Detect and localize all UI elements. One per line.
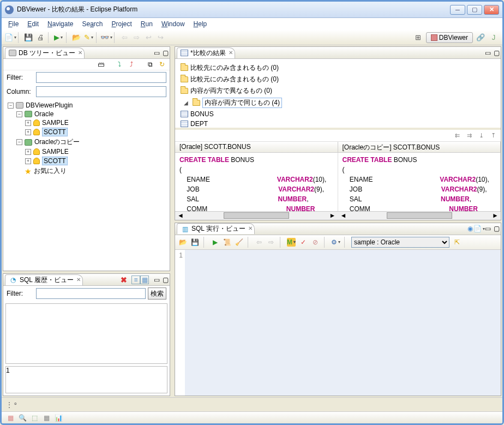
close-icon[interactable]: ✕ xyxy=(78,50,82,56)
open-icon[interactable]: 📂 xyxy=(178,238,187,247)
clear-icon[interactable]: 🧹 xyxy=(235,238,243,247)
maximize-view-icon[interactable]: ▢ xyxy=(161,276,170,284)
compare-right-sql[interactable]: CREATE TABLE BONUS ( ENAME VARCHAR2(10),… xyxy=(338,153,501,211)
minimize-button[interactable]: ─ xyxy=(450,5,465,15)
tree-oracle[interactable]: Oracle xyxy=(34,110,53,118)
cmp-node-only-dst[interactable]: 比較先にのみ含まれるもの (0) xyxy=(190,63,279,73)
search-button[interactable]: 検索 xyxy=(148,288,166,300)
save-icon[interactable]: 💾 xyxy=(190,238,199,247)
copy-icon[interactable]: ⧉ xyxy=(146,60,154,69)
history-detail[interactable] xyxy=(10,367,167,393)
new-sql-icon[interactable]: 📄 xyxy=(475,224,483,233)
list-view-icon[interactable]: ≡ xyxy=(131,276,140,284)
save-button[interactable]: 💾 xyxy=(23,32,34,43)
export-icon[interactable]: ⤴ xyxy=(127,60,136,69)
maximize-view-icon[interactable]: ▢ xyxy=(492,49,501,57)
sql-editor[interactable]: 1 xyxy=(175,250,501,396)
compare-left-sql[interactable]: CREATE TABLE BONUS ( ENAME VARCHAR2(10),… xyxy=(175,153,338,211)
back-button[interactable]: ⇦ xyxy=(119,32,130,43)
prev-icon[interactable]: ⇦ xyxy=(255,238,263,247)
b-icon-4[interactable]: ▦ xyxy=(42,414,51,422)
tab-sql-exec[interactable]: ▥ SQL 実行・ビュー ✕ xyxy=(177,223,255,234)
prev-diff-icon[interactable]: ⤒ xyxy=(489,131,497,140)
search-button[interactable]: ✎ xyxy=(83,32,94,43)
new-db-icon[interactable]: 🗃 xyxy=(97,60,105,69)
tab-sql-history[interactable]: ◔ SQL 履歴・ビュー ✕ xyxy=(5,274,83,285)
execute-icon[interactable]: ▶ xyxy=(211,238,219,247)
tree-scott1[interactable]: SCOTT xyxy=(42,128,68,136)
open-folder-button[interactable]: 📂 xyxy=(71,32,82,43)
rollback-icon[interactable]: ⊘ xyxy=(311,238,320,247)
tab-db-tree[interactable]: DB ツリー・ビュー ✕ xyxy=(5,47,85,58)
history-list[interactable] xyxy=(5,303,167,364)
m-icon[interactable]: M xyxy=(287,238,296,247)
open-perspective-button[interactable]: ⊞ xyxy=(413,32,424,43)
close-icon[interactable]: ✕ xyxy=(76,277,81,283)
menu-run[interactable]: Run xyxy=(136,19,157,29)
minimize-view-icon[interactable]: ▭ xyxy=(483,224,492,233)
menu-window[interactable]: Window xyxy=(157,19,189,29)
column-input[interactable] xyxy=(36,86,166,97)
scrollbar-left[interactable]: ◄► xyxy=(175,211,338,220)
menu-search[interactable]: Search xyxy=(77,19,107,29)
commit-icon[interactable]: ✓ xyxy=(299,238,308,247)
refresh-icon[interactable]: ↻ xyxy=(158,60,166,69)
history-filter-input[interactable] xyxy=(36,288,146,299)
execute-script-icon[interactable]: 📜 xyxy=(223,238,231,247)
menu-edit[interactable]: Edit xyxy=(23,19,43,29)
minimize-view-icon[interactable]: ▭ xyxy=(152,49,161,57)
persp-icon-1[interactable]: 🔗 xyxy=(475,32,486,43)
filter-input[interactable] xyxy=(36,72,166,83)
grid-view-icon[interactable]: ▦ xyxy=(140,276,149,284)
connection-select[interactable]: sample : Oracle xyxy=(351,237,449,248)
db-tree[interactable]: −DBViewerPlugin −Oracle +SAMPLE +SCOTT −… xyxy=(3,99,170,271)
copy-left-icon[interactable]: ⇇ xyxy=(453,131,461,140)
print-button[interactable]: 🖨 xyxy=(35,32,46,43)
cmp-node-diff[interactable]: 内容が両方で異なるもの (0) xyxy=(190,86,272,95)
tree-scott2[interactable]: SCOTT xyxy=(42,157,68,165)
b-icon-5[interactable]: 📊 xyxy=(54,414,63,422)
maximize-button[interactable]: ▢ xyxy=(467,5,482,15)
b-icon-3[interactable]: ⬚ xyxy=(30,414,39,422)
run-button[interactable]: ▶ xyxy=(53,32,64,43)
perspective-dbviewer[interactable]: DBViewer xyxy=(426,32,473,43)
tree-fav[interactable]: お気に入り xyxy=(34,166,67,176)
cmp-node-only-src[interactable]: 比較元にのみ含まれるもの (0) xyxy=(190,75,279,84)
import-icon[interactable]: ⤵ xyxy=(115,60,124,69)
tree-oraclecopy[interactable]: Oracleのコピー xyxy=(34,137,80,147)
new-button[interactable]: 📄 xyxy=(5,32,16,43)
link-icon[interactable]: ⇱ xyxy=(453,238,461,247)
nav-config-button[interactable]: 👓 xyxy=(101,32,112,43)
cmp-leaf-bonus[interactable]: BONUS xyxy=(190,110,214,118)
options-icon[interactable]: ⚙ xyxy=(331,238,340,247)
menu-file[interactable]: File xyxy=(4,19,23,29)
cmp-node-same[interactable]: 内容が両方で同じもの (4) xyxy=(202,98,282,108)
minimize-view-icon[interactable]: ▭ xyxy=(152,276,161,284)
delete-icon[interactable]: ✖ xyxy=(119,276,128,284)
compare-tree[interactable]: 比較先にのみ含まれるもの (0) 比較元にのみ含まれるもの (0) 内容が両方で… xyxy=(175,59,501,130)
menu-project[interactable]: Project xyxy=(107,19,136,29)
up-button[interactable]: ↩ xyxy=(143,32,154,43)
maximize-view-icon[interactable]: ▢ xyxy=(161,49,170,57)
copy-right-icon[interactable]: ⇉ xyxy=(465,131,473,140)
tree-sample1[interactable]: SAMPLE xyxy=(42,119,69,127)
b-icon-1[interactable]: ▦ xyxy=(6,414,15,422)
cmp-leaf-dept[interactable]: DEPT xyxy=(190,120,208,128)
fwd-button[interactable]: ⇨ xyxy=(131,32,142,43)
tab-compare-result[interactable]: *比較の結果 ✕ xyxy=(177,47,235,58)
scrollbar-right[interactable]: ◄► xyxy=(338,211,501,220)
tree-root[interactable]: DBViewerPlugin xyxy=(26,101,73,109)
next-icon[interactable]: ⇨ xyxy=(267,238,275,247)
persp-icon-2[interactable]: J xyxy=(488,32,499,43)
menu-navigate[interactable]: Navigate xyxy=(43,19,77,29)
down-button[interactable]: ↪ xyxy=(155,32,166,43)
close-icon[interactable]: ✕ xyxy=(229,50,233,56)
menu-help[interactable]: Help xyxy=(189,19,212,29)
b-icon-2[interactable]: 🔍 xyxy=(18,414,27,422)
titlebar[interactable]: DBViewer - 比較の結果 - Eclipse Platform ─ ▢ … xyxy=(2,2,502,18)
minimize-view-icon[interactable]: ▭ xyxy=(483,49,492,57)
close-icon[interactable]: ✕ xyxy=(248,225,253,231)
tree-sample2[interactable]: SAMPLE xyxy=(42,148,69,155)
next-diff-icon[interactable]: ⤓ xyxy=(477,131,485,140)
close-button[interactable]: ✕ xyxy=(484,5,499,15)
